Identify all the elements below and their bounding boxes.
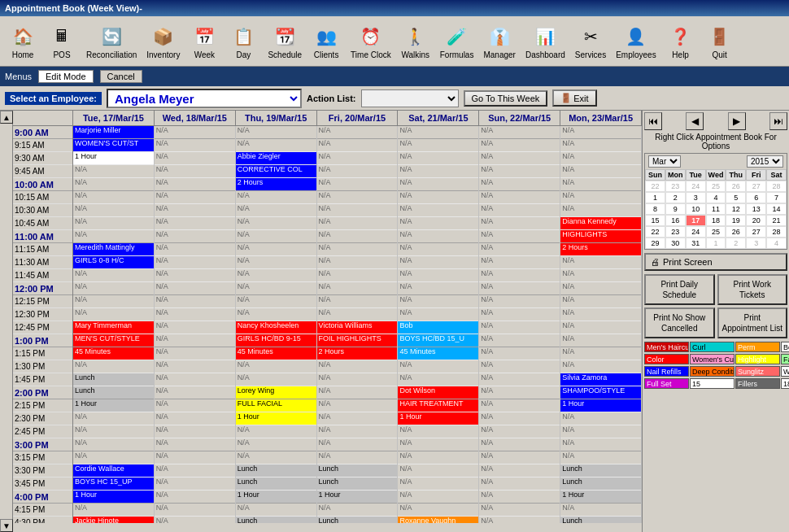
print-screen-button[interactable]: 🖨 Print Screen [644,253,787,271]
schedule-cell[interactable]: N/A [398,308,478,321]
schedule-cell[interactable]: Dot Wilson [398,386,478,399]
mini-cal-date[interactable]: 20 [746,215,766,226]
schedule-cell[interactable]: N/A [236,256,316,269]
schedule-cell[interactable]: N/A [317,360,398,373]
schedule-cell[interactable]: N/A [236,282,316,295]
toolbar-employees[interactable]: 👤 Employees [612,22,659,61]
schedule-cell[interactable]: N/A [398,152,478,165]
toolbar-reconciliation[interactable]: 🔄 Reconciliation [83,22,140,61]
toolbar-services[interactable]: ✂ Services [572,22,609,61]
schedule-cell[interactable]: N/A [479,386,560,399]
schedule-cell[interactable]: 1 Hour [73,152,154,165]
schedule-cell[interactable]: 1 Hour [560,399,641,412]
schedule-cell[interactable]: N/A [317,256,398,269]
schedule-cell[interactable]: N/A [155,152,235,165]
toolbar-pos[interactable]: 🖩 POS [44,22,80,61]
schedule-cell[interactable]: Lunch [236,517,316,523]
mini-cal-date[interactable]: 1 [645,192,665,203]
mini-cal-date[interactable]: 22 [645,226,665,238]
schedule-cell[interactable]: BOYS HC/BD 15_U [398,334,478,347]
schedule-cell[interactable]: N/A [398,282,478,295]
schedule-cell[interactable]: N/A [398,126,478,139]
schedule-cell[interactable]: N/A [560,412,641,425]
schedule-cell[interactable]: 2 Hours [236,178,316,191]
schedule-cell[interactable]: HIGHLIGHTS [560,230,641,243]
schedule-cell[interactable]: N/A [155,178,235,191]
schedule-cell[interactable]: N/A [155,412,235,425]
schedule-cell[interactable]: N/A [236,295,316,308]
schedule-cell[interactable]: N/A [317,152,398,165]
schedule-cell[interactable]: N/A [236,217,316,230]
schedule-cell[interactable]: N/A [560,204,641,217]
schedule-cell[interactable]: N/A [73,308,154,321]
schedule-cell[interactable]: N/A [155,517,235,523]
action-list-dropdown[interactable] [361,89,459,107]
toolbar-week[interactable]: 📅 Week [186,22,222,61]
schedule-cell[interactable]: Lorey Wing [236,386,316,399]
schedule-cell[interactable]: N/A [155,491,235,504]
mini-cal-date[interactable]: 28 [766,226,787,238]
schedule-cell[interactable]: 1 Hour [236,491,316,504]
cancel-button[interactable]: Cancel [100,70,142,83]
schedule-cell[interactable]: N/A [560,347,641,360]
schedule-cell[interactable]: N/A [479,191,560,204]
scroll-up-button[interactable]: ▲ [0,111,13,124]
schedule-cell[interactable]: N/A [398,165,478,178]
mini-cal-date[interactable]: 10 [686,203,706,215]
edit-mode-button[interactable]: Edit Mode [38,70,94,83]
schedule-cell[interactable]: N/A [398,451,478,464]
schedule-cell[interactable]: N/A [560,360,641,373]
schedule-cell[interactable]: N/A [560,504,641,517]
schedule-cell[interactable]: N/A [398,504,478,517]
schedule-cell[interactable]: N/A [317,126,398,139]
mini-cal-date[interactable]: 5 [726,192,746,203]
toolbar-inventory[interactable]: 📦 Inventory [143,22,183,61]
schedule-cell[interactable]: N/A [560,425,641,438]
print-work-button[interactable]: Print Work Tickets [717,274,788,305]
schedule-cell[interactable]: N/A [479,412,560,425]
schedule-cell[interactable]: N/A [155,191,235,204]
schedule-cell[interactable]: BOYS HC 15_UP [73,477,154,491]
schedule-cell[interactable]: N/A [155,126,235,139]
schedule-cell[interactable]: N/A [560,438,641,451]
schedule-cell[interactable]: N/A [560,321,641,334]
schedule-cell[interactable]: Abbie Ziegler [236,152,316,165]
mini-cal-date[interactable]: 27 [746,226,766,238]
schedule-cell[interactable]: 45 Minutes [73,347,154,360]
schedule-cell[interactable]: N/A [236,360,316,373]
schedule-cell[interactable]: Mary Timmerman [73,321,154,334]
print-no-show-button[interactable]: Print No Show Cancelled [644,307,715,338]
schedule-cell[interactable]: N/A [155,165,235,178]
schedule-cell[interactable]: N/A [73,191,154,204]
schedule-cell[interactable]: N/A [236,451,316,464]
nav-next-button[interactable]: ▶ [728,112,746,130]
schedule-cell[interactable]: 2 Hours [560,243,641,256]
schedule-cell[interactable]: N/A [317,230,398,243]
schedule-cell[interactable]: N/A [479,126,560,139]
schedule-cell[interactable]: N/A [236,425,316,438]
schedule-cell[interactable]: N/A [479,477,560,491]
schedule-cell[interactable]: N/A [479,269,560,282]
schedule-cell[interactable]: Bob [398,321,478,334]
schedule-cell[interactable]: N/A [73,178,154,191]
schedule-cell[interactable]: N/A [398,243,478,256]
schedule-cell[interactable]: N/A [155,139,235,152]
schedule-cell[interactable]: Nancy Khosheelen [236,321,316,334]
schedule-cell[interactable]: SHAMPOO/STYLE [560,386,641,399]
schedule-cell[interactable]: N/A [155,334,235,347]
schedule-cell[interactable]: N/A [479,399,560,412]
mini-cal-date[interactable]: 2 [665,192,686,203]
schedule-cell[interactable]: Meredith Mattingly [73,243,154,256]
toolbar-timeclock[interactable]: ⏰ Time Clock [347,22,394,61]
schedule-cell[interactable]: N/A [73,204,154,217]
mini-cal-date[interactable]: 13 [746,203,766,215]
schedule-cell[interactable]: N/A [479,334,560,347]
schedule-cell[interactable]: Jackie Hinote [73,517,154,523]
schedule-cell[interactable]: N/A [317,438,398,451]
exit-button[interactable]: 🚪 Exit [552,89,596,107]
schedule-cell[interactable]: N/A [560,308,641,321]
schedule-cell[interactable]: WOMEN'S CUT/ST [73,139,154,152]
schedule-cell[interactable]: Lunch [560,464,641,477]
schedule-cell[interactable]: N/A [398,217,478,230]
schedule-cell[interactable]: N/A [560,191,641,204]
